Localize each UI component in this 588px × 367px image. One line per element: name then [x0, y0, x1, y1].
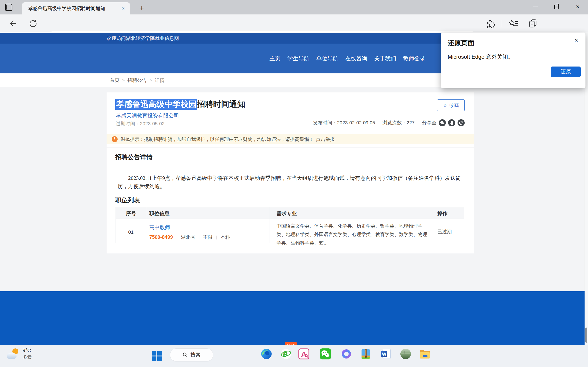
breadcrumb-home[interactable]: 首页	[110, 77, 120, 83]
warning-text: 温馨提示：抵制招聘诈骗，加强自我保护，以任何理由索取财物，均涉嫌违法，请提高警惕…	[121, 136, 314, 142]
warning-bar: ! 温馨提示：抵制招聘诈骗，加强自我保护，以任何理由索取财物，均涉嫌违法，请提高…	[107, 134, 474, 144]
breadcrumb-announcements[interactable]: 招聘公告	[128, 77, 147, 83]
publish-time: 发布时间：2023-02-02 09:05	[313, 119, 375, 126]
app-loop[interactable]	[340, 347, 353, 361]
share-group: 分享至	[422, 119, 465, 126]
tab-actions-menu-button[interactable]	[4, 2, 14, 12]
favorites-button[interactable]	[508, 18, 519, 29]
screen: 孝感鲁迅高级中学校园招聘时间通知 × + × https://hbue.91wl…	[0, 0, 588, 367]
favorite-star-icon: ☆	[443, 102, 447, 108]
dialog-close-button[interactable]: ×	[571, 35, 581, 45]
app-wechat[interactable]	[319, 347, 332, 361]
dialog-message: Microsoft Edge 意外关闭。	[448, 53, 514, 60]
window-minimize-button[interactable]	[527, 0, 544, 14]
scrollbar-thumb[interactable]	[585, 327, 587, 343]
new-tab-button[interactable]: +	[137, 3, 147, 13]
company-link[interactable]: 孝感天润教育投资有限公司	[116, 112, 179, 119]
taskbar-search[interactable]: 搜索	[170, 348, 213, 361]
article-title: 孝感鲁迅高级中学校园招聘时间通知	[115, 99, 245, 110]
job-status: 已过期	[437, 228, 452, 235]
share-weibo-icon[interactable]	[458, 119, 465, 126]
nav-about[interactable]: 关于我们	[374, 55, 396, 62]
app-file-explorer[interactable]	[418, 347, 431, 361]
job-row-number: 01	[116, 229, 146, 235]
nav-employer[interactable]: 单位导航	[316, 55, 338, 62]
article-card: 孝感鲁迅高级中学校园招聘时间通知 ☆ 收藏 孝感天润教育投资有限公司 过期时间：…	[107, 92, 474, 253]
collections-icon	[528, 19, 538, 28]
article-title-selected: 孝感鲁迅高级中学校园	[115, 99, 197, 110]
app-word[interactable]: W	[380, 347, 392, 361]
article-meta: 发布时间：2023-02-02 09:05 浏览次数：227 分享至	[313, 118, 465, 128]
job-experience: 不限	[203, 234, 212, 240]
nav-teacher-login[interactable]: 教师登录	[403, 55, 425, 62]
job-table: 序号 职位信息 需求专业 操作 01 高中教师 7500-8499 | 湖北省 …	[115, 207, 464, 243]
photo-thumbnail-icon	[400, 348, 411, 360]
minimize-icon	[533, 7, 538, 7]
extensions-puzzle-icon	[485, 19, 495, 28]
window-close-button[interactable]: ×	[569, 0, 586, 14]
extensions-button[interactable]	[485, 18, 496, 29]
share-wechat-icon[interactable]	[439, 119, 446, 126]
refresh-button[interactable]	[27, 18, 39, 29]
dialog-title: 还原页面	[448, 39, 474, 48]
share-label: 分享至	[422, 119, 436, 126]
word-icon: W	[380, 348, 391, 359]
search-icon	[183, 352, 188, 357]
app-access[interactable]: A	[297, 347, 310, 361]
announcement-body: 2023.02.11上午9点，孝感鲁迅高级中学将在本校正式启动春季招聘，在当天组…	[118, 174, 464, 191]
tab-close-button[interactable]: ×	[120, 5, 127, 12]
column-divider	[269, 207, 269, 243]
app-edge-active[interactable]	[260, 347, 273, 361]
toolbar-divider	[502, 20, 502, 27]
restore-icon	[554, 5, 559, 9]
tag-separator: |	[199, 235, 199, 240]
breadcrumb: 首页 > 招聘公告 > 详情	[110, 77, 164, 83]
weather-condition: 多云	[23, 354, 32, 360]
app-browser-360[interactable]: e	[279, 347, 292, 361]
article-title-rest: 招聘时间通知	[197, 100, 245, 108]
browser-tab-active[interactable]: 孝感鲁迅高级中学校园招聘时间通知 ×	[22, 2, 130, 15]
favorite-button[interactable]: ☆ 收藏	[437, 99, 465, 111]
window-restore-button[interactable]	[548, 0, 565, 14]
main-nav: 主页 学生导航 单位导航 在线咨询 关于我们 教师登录	[269, 44, 425, 73]
favorite-label: 收藏	[450, 102, 459, 108]
nav-home[interactable]: 主页	[269, 55, 280, 62]
access-a-icon: A	[298, 348, 309, 359]
col-header-job: 职位信息	[149, 210, 170, 217]
warning-icon: !	[112, 136, 118, 142]
svg-text:A: A	[301, 350, 306, 358]
folder-icon	[419, 348, 431, 360]
report-link[interactable]: 点击举报	[316, 136, 335, 142]
browser-toolbar: https://hbue.91wllm.com/campus/view/id/9…	[0, 15, 588, 32]
job-title-link[interactable]: 高中教师	[149, 224, 170, 231]
collections-button[interactable]	[527, 18, 539, 29]
tag-separator: |	[216, 235, 217, 240]
site-footer: 湖北经济学院大学生就业创业指导中心 联系电话：027-81973871 E-ma…	[0, 291, 588, 345]
tab-actions-icon	[5, 4, 12, 11]
weather-widget[interactable]: 9°C 多云	[7, 348, 32, 360]
app-zip-archiver[interactable]	[359, 347, 372, 361]
tab-title: 孝感鲁迅高级中学校园招聘时间通知	[28, 5, 120, 12]
weather-text: 9°C 多云	[23, 348, 32, 360]
nav-student[interactable]: 学生导航	[287, 55, 309, 62]
view-count: 浏览次数：227	[382, 119, 415, 126]
back-button[interactable]	[7, 18, 18, 29]
edge-icon	[260, 348, 272, 360]
wechat-icon	[320, 348, 331, 360]
column-divider	[434, 207, 434, 243]
start-button[interactable]	[152, 351, 162, 361]
col-header-majors: 需求专业	[277, 210, 297, 217]
loop-swirl-icon	[341, 348, 352, 359]
app-photo[interactable]	[399, 347, 412, 361]
job-salary: 7500-8499	[149, 234, 173, 240]
restore-button[interactable]: 还原	[551, 67, 581, 77]
col-header-no: 序号	[116, 210, 146, 217]
share-qq-icon[interactable]	[448, 119, 455, 126]
job-majors: 中国语言文学类、体育学类、化学类、历史学类、哲学类、地球物理学类、地理科学类、外…	[277, 222, 429, 247]
column-divider	[146, 207, 146, 243]
job-degree: 本科	[221, 234, 230, 240]
weather-icon	[7, 348, 19, 360]
breadcrumb-separator: >	[149, 78, 152, 83]
nav-consult[interactable]: 在线咨询	[345, 55, 367, 62]
back-icon	[8, 18, 18, 28]
